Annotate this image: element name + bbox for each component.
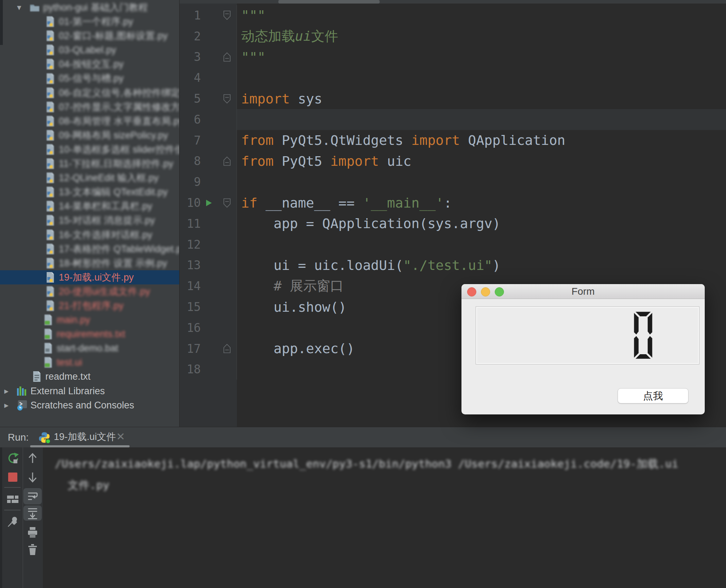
code-line-10[interactable]: 10if __name__ == '__main__': xyxy=(180,192,726,213)
tree-item-label: 12-QLineEdit 输入框.py xyxy=(59,171,159,185)
code-line-1[interactable]: 1""" xyxy=(180,5,726,26)
collapse-arrow-icon[interactable]: ▾ xyxy=(17,3,21,12)
run-line-button[interactable] xyxy=(201,199,217,207)
tree-item[interactable]: 14-菜单栏和工具栏.py xyxy=(0,199,179,213)
tree-item[interactable]: 10-单选框多选框 slider控件使用 xyxy=(0,142,179,157)
gutter-fold-space xyxy=(217,276,237,296)
restore-layout-button[interactable] xyxy=(6,493,19,505)
tree-item[interactable]: 11-下拉框,日期选择控件.py xyxy=(0,157,179,171)
tree-item-label: 10-单选框多选框 slider控件使用 xyxy=(59,142,179,157)
code-text: from PyQt5 import uic xyxy=(237,153,411,169)
tree-item[interactable]: 21-打包程序.py xyxy=(0,299,179,313)
tree-item[interactable]: 06-自定义信号,各种控件绑定 xyxy=(0,86,179,100)
tree-item[interactable]: 18-树形控件 设置 示例.py xyxy=(0,256,179,270)
tree-item[interactable]: 16-文件选择对话框.py xyxy=(0,228,179,242)
code-line-6[interactable]: 6 xyxy=(180,109,726,130)
tree-item-label: readme.txt xyxy=(45,369,91,384)
tree-item[interactable]: 01-第一个程序.py xyxy=(0,15,179,29)
tree-item[interactable]: requirements.txt xyxy=(0,327,179,341)
click-me-button[interactable]: 点我 xyxy=(618,388,688,403)
scroll-to-end-toggle[interactable] xyxy=(23,505,42,521)
console-line: 文件.py xyxy=(55,474,678,496)
py-icon xyxy=(45,16,56,28)
fold-marker-icon[interactable] xyxy=(217,88,237,109)
tree-item[interactable]: ▾python-gui 基础入门教程 xyxy=(0,0,179,15)
code-line-4[interactable]: 4 xyxy=(180,67,726,88)
py-icon xyxy=(45,172,56,184)
tree-item[interactable]: 13-文本编辑 QTextEdit.py xyxy=(0,185,179,199)
run-header: Run: 19-加载.ui文件 ✕ xyxy=(0,427,726,447)
tree-item[interactable]: 12-QLineEdit 输入框.py xyxy=(0,171,179,185)
code-line-7[interactable]: 7from PyQt5.QtWidgets import QApplicatio… xyxy=(180,130,726,151)
tree-item[interactable]: 15-对话框 消息提示.py xyxy=(0,213,179,227)
tree-item[interactable]: 07-控件显示,文字属性修改方法 xyxy=(0,100,179,114)
py-icon xyxy=(45,58,56,70)
code-text: app.exec() xyxy=(237,341,355,356)
tree-item[interactable]: test.ui xyxy=(0,355,179,369)
tree-item[interactable]: ▸External Libraries xyxy=(0,384,179,398)
tree-item[interactable]: 03-QLabel.py xyxy=(0,43,179,57)
tree-item[interactable]: start-demo.bat xyxy=(0,341,179,355)
console-output: /Users/zaixiaokeji.lap/python_virtual_en… xyxy=(55,453,678,496)
tree-item-label: main.py xyxy=(57,313,90,327)
tree-item[interactable]: ▸Scratches and Consoles xyxy=(0,398,179,412)
tree-item[interactable]: 20-使用ui生成文件.py xyxy=(0,284,179,299)
line-number: 17 xyxy=(180,342,201,356)
py-icon xyxy=(45,30,56,42)
line-number: 7 xyxy=(180,134,201,147)
tree-item[interactable]: 09-网格布局 sizePolicy.py xyxy=(0,128,179,142)
fold-marker-icon[interactable] xyxy=(217,338,237,359)
code-line-13[interactable]: 13 ui = uic.loadUi("./test.ui") xyxy=(180,255,726,276)
tree-item[interactable]: 02-窗口-标题,图标设置.py xyxy=(0,29,179,43)
fold-marker-icon[interactable] xyxy=(217,47,237,68)
code-line-11[interactable]: 11 app = QApplication(sys.argv) xyxy=(180,213,726,234)
close-tab-icon[interactable]: ✕ xyxy=(116,427,125,446)
tree-item-label: 03-QLabel.py xyxy=(59,43,116,57)
editor-hscrollbar-track[interactable] xyxy=(180,0,726,4)
pin-tab-icon[interactable] xyxy=(6,515,19,528)
tree-item[interactable]: 05-信号与槽.py xyxy=(0,71,179,85)
editor-hscrollbar-thumb[interactable] xyxy=(278,0,380,4)
qt-form-window[interactable]: Form 点我 xyxy=(461,284,705,414)
fold-marker-icon[interactable] xyxy=(217,151,237,172)
clear-all-trash-icon[interactable] xyxy=(26,543,39,556)
fold-marker-icon[interactable] xyxy=(217,5,237,26)
form-titlebar[interactable]: Form xyxy=(461,284,705,299)
tree-item[interactable]: readme.txt xyxy=(0,369,179,384)
code-line-9[interactable]: 9 xyxy=(180,171,726,192)
expand-arrow-icon[interactable]: ▸ xyxy=(4,387,8,395)
code-line-5[interactable]: 5import sys xyxy=(180,88,726,109)
py-icon xyxy=(45,44,56,56)
scratch-icon xyxy=(16,399,28,411)
fold-marker-icon[interactable] xyxy=(217,192,237,213)
py-icon xyxy=(45,214,56,226)
tree-item[interactable]: 08-布局管理 水平垂直布局.py xyxy=(0,114,179,128)
gutter-fold-space xyxy=(217,255,237,276)
console-line: /Users/zaixiaokeji.lap/python_virtual_en… xyxy=(55,453,678,474)
run-console-body: /Users/zaixiaokeji.lap/python_virtual_en… xyxy=(0,447,726,588)
soft-wrap-toggle[interactable] xyxy=(23,488,42,504)
code-line-8[interactable]: 8from PyQt5 import uic xyxy=(180,151,726,172)
tree-item[interactable]: main.py xyxy=(0,313,179,327)
rerun-button[interactable] xyxy=(6,452,19,465)
code-line-3[interactable]: 3""" xyxy=(180,47,726,68)
up-stacktrace-button[interactable] xyxy=(26,452,39,465)
code-line-2[interactable]: 2动态加载ui文件 xyxy=(180,26,726,47)
tree-item-label: 20-使用ui生成文件.py xyxy=(59,284,150,299)
line-number: 12 xyxy=(180,238,201,251)
down-stacktrace-button[interactable] xyxy=(26,471,39,484)
run-tab-label[interactable]: 19-加载.ui文件 xyxy=(54,427,116,446)
tree-item-selected[interactable]: 19-加载.ui文件.py xyxy=(0,270,179,284)
stop-button[interactable] xyxy=(6,471,19,484)
tree-item[interactable]: 04-按钮交互.py xyxy=(0,57,179,71)
gutter-fold-space xyxy=(217,109,237,130)
project-tree-panel[interactable]: ▾python-gui 基础入门教程01-第一个程序.py02-窗口-标题,图标… xyxy=(0,0,179,427)
gutter-fold-space xyxy=(217,171,237,192)
tree-item[interactable]: 17-表格控件 QTableWidget.py xyxy=(0,242,179,256)
toolbar-separator xyxy=(4,487,21,488)
expand-arrow-icon[interactable]: ▸ xyxy=(4,401,8,409)
code-line-12[interactable]: 12 xyxy=(180,234,726,255)
code-text: if __name__ == '__main__': xyxy=(237,195,452,211)
print-icon[interactable] xyxy=(26,526,39,539)
run-label: Run: xyxy=(8,427,29,447)
